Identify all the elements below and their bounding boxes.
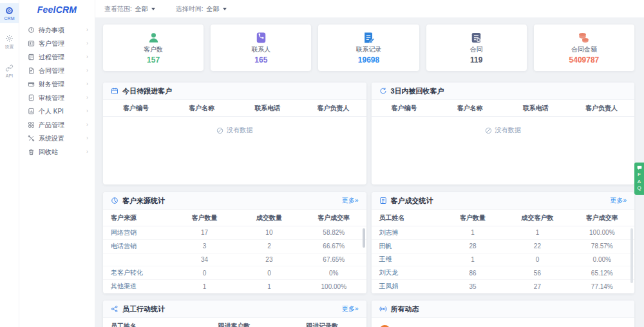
cell-customer-count: 34 — [172, 256, 236, 263]
grid-icon — [28, 121, 35, 128]
sidebar-item-process[interactable]: 过程管理 › — [19, 50, 95, 64]
link-icon — [5, 64, 14, 72]
panel-row-followup: 今日待跟进客户 客户编号 客户名称 联系电话 客户负责人 没有数据 — [103, 83, 634, 184]
sidebar-item-label: 产品管理 — [39, 121, 64, 130]
clock-icon — [28, 26, 35, 34]
rail-item-api[interactable]: API — [0, 61, 19, 81]
cell-customer-count: 0 — [172, 270, 236, 277]
chat-bubble-icon — [637, 165, 642, 170]
cell-customer-count: 1 — [172, 283, 236, 290]
faq-tab[interactable]: F A Q — [634, 163, 644, 195]
scope-filter-label: 查看范围: — [104, 5, 132, 14]
customers-icon — [147, 32, 160, 44]
panel-header: 员工行动统计 更多» — [103, 301, 366, 318]
stat-cards-row: 客户数 157 联系人 165 联系记录 19698 — [103, 25, 634, 71]
cell-deal-rate: 66.67% — [301, 243, 366, 250]
stat-card-value: 165 — [254, 55, 267, 64]
sidebar-item-label: 审核管理 — [39, 94, 64, 103]
table-row: 电话营销 3 2 66.67% — [103, 240, 366, 253]
no-data-icon — [216, 127, 223, 134]
column-header: 客户负责人 — [569, 104, 634, 113]
rail-item-settings[interactable]: 设置 — [0, 31, 19, 53]
panel-today-followup: 今日待跟进客户 客户编号 客户名称 联系电话 客户负责人 没有数据 — [103, 83, 366, 184]
panel-activity-feed: 所有动态 今日 2023-12-29 — [372, 301, 635, 327]
sidebar-item-todo[interactable]: 待办事项 › — [19, 23, 95, 37]
chevron-right-icon: › — [86, 68, 88, 74]
caret-down-icon — [223, 8, 227, 10]
panel-row-stats: 客户来源统计 更多» 客户来源 客户数量 成交数量 客户成交率 网络营销 17 … — [103, 192, 634, 293]
cell-customer-count: 1 — [440, 229, 505, 236]
app-rail: CRM 设置 API — [0, 0, 19, 327]
cell-deal-count: 1 — [237, 283, 301, 290]
chevron-right-icon: › — [86, 95, 88, 101]
scope-filter-value: 全部 — [135, 5, 148, 14]
trash-icon — [28, 148, 35, 155]
contract-file-icon — [28, 67, 35, 74]
cell-deal-customers: 1 — [505, 229, 569, 236]
cell-employee: 田帆 — [372, 242, 440, 251]
app-window: CRM 设置 API FeelCRM 待办事项 › — [0, 0, 644, 327]
column-header: 跟进客户数 — [190, 322, 278, 327]
more-link[interactable]: 更多» — [342, 304, 359, 313]
sidebar-item-label: 过程管理 — [39, 53, 64, 62]
table-row: 34 23 67.65% — [103, 253, 366, 267]
sidebar-item-contracts[interactable]: 合同管理 › — [19, 64, 95, 77]
time-filter-dropdown[interactable]: 选择时间: 全部 — [176, 5, 227, 14]
sidebar-item-recycle-bin[interactable]: 回收站 › — [19, 145, 95, 159]
more-link[interactable]: 更多» — [610, 196, 627, 205]
cell-deal-customers: 22 — [505, 243, 569, 250]
empty-state-text: 没有数据 — [495, 126, 521, 135]
column-header: 客户数量 — [440, 213, 505, 223]
table-scrollbar[interactable] — [630, 228, 633, 283]
column-header: 成交数量 — [237, 213, 301, 223]
more-link[interactable]: 更多» — [342, 196, 359, 205]
panel-title: 客户成交统计 — [391, 196, 433, 206]
sidebar-item-audit[interactable]: 审核管理 › — [19, 91, 95, 104]
cell-deal-count: 23 — [237, 256, 301, 263]
empty-state: 没有数据 — [103, 126, 366, 135]
column-header: 客户名称 — [169, 104, 234, 113]
column-header: 成交客户数 — [505, 213, 569, 223]
chevron-right-icon: › — [86, 108, 88, 114]
cell-source: 老客户转化 — [103, 268, 172, 277]
panel-title: 员工行动统计 — [122, 304, 165, 314]
table-header: 员工姓名 客户数量 成交客户数 客户成交率 — [372, 210, 635, 226]
column-header: 客户来源 — [103, 213, 172, 223]
stat-card-label: 合同 — [470, 45, 483, 54]
cell-employee: 刘志博 — [372, 228, 440, 237]
sidebar-item-customers[interactable]: 客户管理 › — [19, 37, 95, 50]
share-nodes-icon — [111, 305, 118, 313]
rail-item-crm[interactable]: CRM — [0, 3, 19, 23]
column-header: 客户数量 — [172, 213, 236, 223]
sidebar-item-finance[interactable]: 财务管理 › — [19, 77, 95, 91]
time-filter-value: 全部 — [207, 5, 220, 14]
broadcast-icon — [379, 305, 387, 313]
sidebar-item-kpi[interactable]: 个人 KPI › — [19, 104, 95, 118]
gear-icon — [5, 34, 14, 43]
cell-deal-count: 10 — [237, 229, 301, 236]
audit-check-icon — [28, 94, 35, 101]
sidebar-item-settings[interactable]: 系统设置 › — [19, 132, 95, 145]
cell-deal-rate: 65.12% — [570, 270, 634, 277]
cell-customer-count: 35 — [440, 283, 505, 290]
column-header: 联系电话 — [503, 104, 569, 113]
list-icon — [379, 197, 387, 204]
table-row: 网络营销 17 10 58.82% — [103, 226, 366, 240]
sidebar-item-label: 待办事项 — [39, 26, 64, 35]
cell-deal-rate: 77.14% — [570, 283, 634, 290]
table-scrollbar[interactable] — [363, 228, 365, 248]
table-row: 其他渠道 1 1 100.00% — [103, 280, 366, 293]
empty-state: 没有数据 — [372, 126, 635, 135]
stat-card-contracts: 合同 119 — [426, 25, 527, 71]
sidebar-item-label: 合同管理 — [39, 66, 64, 75]
cell-employee: 王凤娟 — [372, 282, 440, 291]
faq-letter: F — [638, 172, 641, 178]
kpi-chart-icon — [28, 108, 35, 115]
stat-card-customers: 客户数 157 — [103, 25, 204, 71]
sidebar-item-products[interactable]: 产品管理 › — [19, 118, 95, 132]
panel-deal-stats: 客户成交统计 更多» 员工姓名 客户数量 成交客户数 客户成交率 刘志博 1 1… — [372, 192, 635, 293]
crm-logo-icon — [5, 6, 14, 15]
scope-filter-dropdown[interactable]: 查看范围: 全部 — [104, 5, 155, 14]
sidebar-item-label: 个人 KPI — [39, 107, 64, 116]
sidebar-item-label: 财务管理 — [39, 80, 64, 89]
